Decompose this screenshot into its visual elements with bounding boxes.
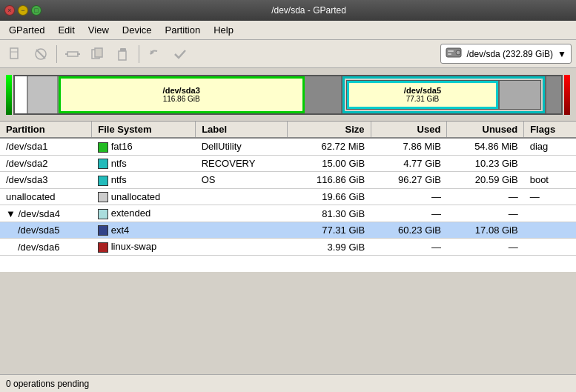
disk-seg-sda3[interactable]: /dev/sda3 116.86 GiB	[59, 76, 305, 113]
device-dropdown-icon: ▼	[557, 49, 566, 59]
cell-used: —	[371, 188, 447, 205]
svg-rect-0	[10, 48, 18, 59]
cell-flags: diag	[524, 138, 576, 155]
apply-button[interactable]	[169, 43, 191, 65]
sda5-size: 77.31 GiB	[406, 95, 439, 103]
table-container[interactable]: Partition File System Label Size Used Un…	[0, 122, 576, 272]
new-button[interactable]	[4, 43, 27, 65]
fs-color-indicator	[98, 142, 108, 153]
svg-line-3	[36, 50, 45, 59]
maximize-button[interactable]: □	[31, 5, 42, 16]
copy-button[interactable]	[87, 43, 109, 65]
cell-unused: 54.86 MiB	[447, 138, 524, 155]
close-button[interactable]: ×	[4, 5, 15, 16]
expand-icon: ▼	[6, 208, 18, 219]
cell-partition: /dev/sda3	[0, 172, 92, 189]
sda4-inner: /dev/sda5 77.31 GiB	[346, 80, 541, 110]
menu-partition[interactable]: Partition	[159, 23, 207, 37]
cell-label	[196, 222, 288, 239]
col-flags[interactable]: Flags	[524, 122, 576, 138]
cell-unused: 20.59 GiB	[447, 172, 524, 189]
cell-filesystem: linux-swap	[92, 239, 196, 256]
col-label[interactable]: Label	[196, 122, 288, 138]
cell-unused: —	[447, 188, 524, 205]
cell-used: 60.23 GiB	[371, 222, 447, 239]
cell-flags	[524, 205, 576, 222]
fs-color-indicator	[98, 159, 108, 169]
table-row[interactable]: /dev/sda1fat16DellUtility62.72 MiB7.86 M…	[0, 138, 576, 155]
cell-used: —	[371, 239, 447, 256]
table-row[interactable]: /dev/sda6linux-swap3.99 GiB——	[0, 239, 576, 256]
cell-partition: ▼ /dev/sda4	[0, 205, 92, 222]
cell-filesystem: ntfs	[92, 155, 196, 172]
device-selector[interactable]: /dev/sda (232.89 GiB) ▼	[440, 44, 572, 64]
disk-seg-unallocated[interactable]	[305, 76, 343, 113]
disk-seg-sda4[interactable]: /dev/sda5 77.31 GiB	[342, 76, 545, 113]
menu-gparted[interactable]: GParted	[3, 23, 50, 37]
menu-view[interactable]: View	[82, 23, 115, 37]
table-row[interactable]: ▼ /dev/sda4extended81.30 GiB——	[0, 205, 576, 222]
cell-label: OS	[196, 172, 288, 189]
cell-size: 19.66 GiB	[287, 188, 371, 205]
cell-size: 81.30 GiB	[287, 205, 371, 222]
device-icon	[446, 46, 462, 62]
disk-seg-sda6[interactable]	[498, 81, 540, 109]
col-partition[interactable]: Partition	[0, 122, 92, 138]
cell-label	[196, 205, 288, 222]
cell-label: RECOVERY	[196, 155, 288, 172]
toolbar-sep-1	[56, 45, 57, 63]
col-size[interactable]: Size	[287, 122, 371, 138]
cell-flags	[524, 155, 576, 172]
cell-unused: 17.08 GiB	[447, 222, 524, 239]
menu-device[interactable]: Device	[116, 23, 158, 37]
menu-help[interactable]: Help	[208, 23, 239, 37]
svg-rect-10	[120, 48, 126, 51]
undo-button[interactable]	[144, 43, 166, 65]
fs-color-indicator	[98, 225, 108, 236]
status-text: 0 operations pending	[6, 379, 89, 389]
menu-edit[interactable]: Edit	[52, 23, 80, 37]
col-used[interactable]: Used	[371, 122, 447, 138]
right-stripe	[564, 75, 570, 115]
cell-partition: unallocated	[0, 188, 92, 205]
window-controls[interactable]: × − □	[4, 5, 42, 16]
svg-point-13	[456, 50, 460, 55]
disk-seg-sda2[interactable]	[28, 76, 59, 113]
col-filesystem[interactable]: File System	[92, 122, 196, 138]
cell-filesystem: ext4	[92, 222, 196, 239]
cell-size: 3.99 GiB	[287, 239, 371, 256]
table-row[interactable]: unallocatedunallocated19.66 GiB———	[0, 188, 576, 205]
disk-seg-sda1[interactable]	[15, 76, 28, 113]
sda5-label: /dev/sda5	[404, 86, 441, 95]
cell-filesystem: unallocated	[92, 188, 196, 205]
cell-partition: /dev/sda2	[0, 155, 92, 172]
table-row[interactable]: /dev/sda3ntfsOS116.86 GiB96.27 GiB20.59 …	[0, 172, 576, 189]
disk-bar[interactable]: /dev/sda3 116.86 GiB /dev/sda5 77.31 GiB	[13, 75, 563, 115]
cell-partition: /dev/sda1	[0, 138, 92, 155]
statusbar: 0 operations pending	[0, 374, 576, 392]
cell-size: 116.86 GiB	[287, 172, 371, 189]
disk-seg-sda5[interactable]: /dev/sda5 77.31 GiB	[347, 81, 497, 109]
cell-partition: /dev/sda5	[0, 222, 92, 239]
table-row[interactable]: /dev/sda2ntfsRECOVERY15.00 GiB4.77 GiB10…	[0, 155, 576, 172]
minimize-button[interactable]: −	[18, 5, 28, 16]
cell-partition: /dev/sda6	[0, 239, 92, 256]
cell-unused: —	[447, 239, 524, 256]
table-header-row: Partition File System Label Size Used Un…	[0, 122, 576, 138]
cell-used: 4.77 GiB	[371, 155, 447, 172]
paste-button[interactable]	[112, 43, 134, 65]
resize-button[interactable]	[62, 43, 84, 65]
cell-size: 62.72 MiB	[287, 138, 371, 155]
toolbar: /dev/sda (232.89 GiB) ▼	[0, 40, 576, 68]
table-row[interactable]: /dev/sda5ext477.31 GiB60.23 GiB17.08 GiB	[0, 222, 576, 239]
cell-flags	[524, 239, 576, 256]
svg-rect-14	[448, 50, 454, 52]
fs-color-indicator	[98, 192, 108, 202]
delete-button[interactable]	[30, 43, 52, 65]
cell-label	[196, 239, 288, 256]
cell-filesystem: fat16	[92, 138, 196, 155]
col-unused[interactable]: Unused	[447, 122, 524, 138]
cell-flags	[524, 222, 576, 239]
sda3-label: /dev/sda3	[163, 86, 200, 95]
cell-unused: 10.23 GiB	[447, 155, 524, 172]
